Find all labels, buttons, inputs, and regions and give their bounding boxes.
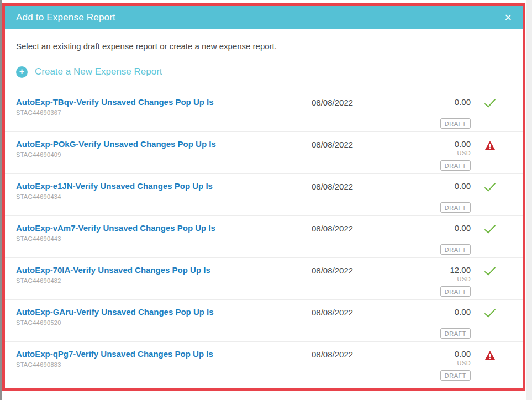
report-amount-cell: 12.00 USD DRAFT bbox=[405, 265, 471, 297]
report-row[interactable]: AutoExp-e1JN-Verify Unsaved Changes Pop … bbox=[5, 173, 523, 215]
draft-status-badge: DRAFT bbox=[440, 244, 471, 255]
report-date: 08/08/2022 bbox=[312, 181, 405, 191]
report-name-link[interactable]: AutoExp-TBqv-Verify Unsaved Changes Pop … bbox=[16, 97, 214, 107]
check-icon bbox=[484, 224, 496, 234]
report-date: 08/08/2022 bbox=[312, 139, 405, 149]
check-icon bbox=[484, 98, 496, 108]
draft-status-badge: DRAFT bbox=[440, 286, 471, 297]
report-name-cell: AutoExp-qPg7-Verify Unsaved Changes Pop … bbox=[16, 349, 312, 368]
report-amount-cell: 0.00 DRAFT bbox=[405, 181, 471, 213]
report-name-link[interactable]: AutoExp-vAm7-Verify Unsaved Changes Pop … bbox=[16, 223, 215, 233]
report-amount-cell: 0.00 DRAFT bbox=[405, 97, 471, 129]
report-currency: USD bbox=[405, 276, 471, 284]
page-background-strip bbox=[526, 0, 532, 400]
draft-status-badge: DRAFT bbox=[440, 118, 471, 129]
draft-status-badge: DRAFT bbox=[440, 160, 471, 171]
report-date: 08/08/2022 bbox=[312, 223, 405, 233]
report-amount-cell: 0.00 DRAFT bbox=[405, 307, 471, 339]
report-amount-cell: 0.00 USD DRAFT bbox=[405, 139, 471, 171]
dialog-header: Add to Expense Report × bbox=[5, 6, 523, 29]
report-name-link[interactable]: AutoExp-qPg7-Verify Unsaved Changes Pop … bbox=[16, 349, 213, 359]
report-name-link[interactable]: AutoExp-POkG-Verify Unsaved Changes Pop … bbox=[16, 139, 216, 149]
status-icon-cell bbox=[471, 265, 509, 276]
draft-status-badge: DRAFT bbox=[440, 370, 471, 381]
report-currency bbox=[405, 108, 471, 116]
warning-icon bbox=[484, 140, 496, 150]
report-date: 08/08/2022 bbox=[312, 265, 405, 275]
report-row[interactable]: AutoExp-qPg7-Verify Unsaved Changes Pop … bbox=[5, 341, 523, 383]
status-icon-cell bbox=[471, 139, 509, 150]
report-name-cell: AutoExp-TBqv-Verify Unsaved Changes Pop … bbox=[16, 97, 312, 116]
dialog-title: Add to Expense Report bbox=[16, 12, 115, 23]
report-amount: 0.00 bbox=[405, 181, 471, 191]
check-icon bbox=[484, 266, 496, 276]
report-name-link[interactable]: AutoExp-e1JN-Verify Unsaved Changes Pop … bbox=[16, 181, 213, 191]
report-id: STAG44690367 bbox=[16, 109, 312, 116]
report-row[interactable]: AutoExp-vAm7-Verify Unsaved Changes Pop … bbox=[5, 215, 523, 257]
report-name-cell: AutoExp-70IA-Verify Unsaved Changes Pop … bbox=[16, 265, 312, 284]
report-date: 08/08/2022 bbox=[312, 97, 405, 107]
report-list: AutoExp-TBqv-Verify Unsaved Changes Pop … bbox=[5, 90, 523, 383]
status-icon-cell bbox=[471, 307, 509, 318]
report-amount-cell: 0.00 USD DRAFT bbox=[405, 349, 471, 381]
report-amount: 0.00 bbox=[405, 139, 471, 149]
report-amount: 0.00 bbox=[405, 223, 471, 233]
status-icon-cell bbox=[471, 97, 509, 108]
add-to-expense-report-dialog: Add to Expense Report × Select an existi… bbox=[5, 6, 523, 388]
create-new-expense-report-link[interactable]: + Create a New Expense Report bbox=[16, 65, 512, 78]
report-name-cell: AutoExp-vAm7-Verify Unsaved Changes Pop … bbox=[16, 223, 312, 242]
report-row[interactable]: AutoExp-TBqv-Verify Unsaved Changes Pop … bbox=[5, 90, 523, 131]
status-icon-cell bbox=[471, 223, 509, 234]
report-id: STAG44690482 bbox=[16, 277, 312, 284]
report-name-cell: AutoExp-POkG-Verify Unsaved Changes Pop … bbox=[16, 139, 312, 158]
check-icon bbox=[484, 308, 496, 318]
report-amount-cell: 0.00 DRAFT bbox=[405, 223, 471, 255]
report-row[interactable]: AutoExp-POkG-Verify Unsaved Changes Pop … bbox=[5, 131, 523, 173]
red-annotation-rectangle: Add to Expense Report × Select an existi… bbox=[2, 3, 525, 391]
report-name-cell: AutoExp-e1JN-Verify Unsaved Changes Pop … bbox=[16, 181, 312, 200]
create-link-label: Create a New Expense Report bbox=[35, 66, 162, 77]
report-currency: USD bbox=[405, 360, 471, 368]
report-id: STAG44690443 bbox=[16, 235, 312, 242]
report-amount: 0.00 bbox=[405, 349, 471, 359]
report-date: 08/08/2022 bbox=[312, 307, 405, 317]
check-icon bbox=[484, 182, 496, 192]
plus-circle-icon: + bbox=[16, 66, 28, 78]
status-icon-cell bbox=[471, 349, 509, 360]
draft-status-badge: DRAFT bbox=[440, 202, 471, 213]
report-amount: 12.00 bbox=[405, 265, 471, 275]
report-amount: 0.00 bbox=[405, 97, 471, 107]
report-name-link[interactable]: AutoExp-70IA-Verify Unsaved Changes Pop … bbox=[16, 265, 210, 275]
dialog-description: Select an existing draft expense report … bbox=[16, 41, 512, 51]
report-currency: USD bbox=[405, 150, 471, 158]
warning-icon bbox=[484, 350, 496, 360]
report-currency bbox=[405, 318, 471, 326]
report-row[interactable]: AutoExp-GAru-Verify Unsaved Changes Pop … bbox=[5, 299, 523, 341]
report-id: STAG44690520 bbox=[16, 319, 312, 326]
report-amount: 0.00 bbox=[405, 307, 471, 317]
report-row[interactable]: AutoExp-70IA-Verify Unsaved Changes Pop … bbox=[5, 257, 523, 299]
report-currency bbox=[405, 234, 471, 242]
draft-status-badge: DRAFT bbox=[440, 328, 471, 339]
status-icon-cell bbox=[471, 181, 509, 192]
screen: Add to Expense Report × Select an existi… bbox=[0, 0, 532, 400]
report-id: STAG44690409 bbox=[16, 151, 312, 158]
report-date: 08/08/2022 bbox=[312, 349, 405, 359]
report-currency bbox=[405, 192, 471, 200]
report-name-cell: AutoExp-GAru-Verify Unsaved Changes Pop … bbox=[16, 307, 312, 326]
report-name-link[interactable]: AutoExp-GAru-Verify Unsaved Changes Pop … bbox=[16, 307, 214, 317]
close-icon[interactable]: × bbox=[504, 12, 512, 24]
report-id: STAG44690434 bbox=[16, 193, 312, 200]
report-id: STAG44690883 bbox=[16, 361, 312, 368]
